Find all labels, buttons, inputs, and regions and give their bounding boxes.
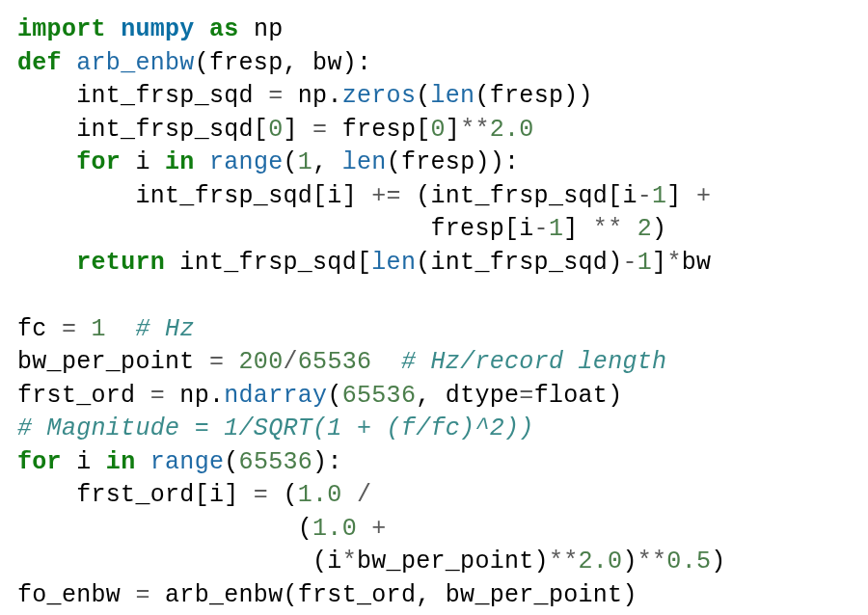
funcname-arb-enbw: arb_enbw [76,49,194,77]
keyword-import: import [17,15,106,43]
code-line: fresp[i-1] ** 2) [17,215,666,243]
comment: # Hz/record length [401,348,666,376]
code-line: int_frsp_sqd[i] += (int_frsp_sqd[i-1] + [17,182,711,210]
code-line: frst_ord[i] = (1.0 / [17,481,371,509]
code-line: bw_per_point = 200/65536 # Hz/record len… [17,348,666,376]
code-line: fc = 1 # Hz [17,315,195,343]
alias-np: np [254,15,284,43]
code-line: frst_ord = np.ndarray(65536, dtype=float… [17,382,622,410]
code-line: # Magnitude = 1/SQRT(1 + (f/fc)^2)) [17,414,534,442]
code-line: fo_enbw = arb_enbw(frst_ord, bw_per_poin… [17,581,637,609]
code-line: (1.0 + [17,515,387,543]
module-numpy: numpy [121,15,195,43]
python-code-block: import numpy as np def arb_enbw(fresp, b… [0,0,868,615]
keyword-def: def [17,49,62,77]
keyword-as: as [209,15,239,43]
comment: # Magnitude = 1/SQRT(1 + (f/fc)^2)) [17,414,534,442]
params: (fresp, bw): [195,49,372,77]
code-line: int_frsp_sqd[0] = fresp[0]**2.0 [17,116,534,144]
code-line: int_frsp_sqd = np.zeros(len(fresp)) [17,82,593,110]
code-line: return int_frsp_sqd[len(int_frsp_sqd)-1]… [17,249,711,277]
code-line: for i in range(65536): [17,448,342,476]
code-line: import numpy as np [17,15,284,43]
code-line: (i*bw_per_point)**2.0)**0.5) [17,548,726,575]
code-line: def arb_enbw(fresp, bw): [17,49,371,77]
comment: # Hz [135,315,194,343]
code-line: for i in range(1, len(fresp)): [17,148,519,176]
